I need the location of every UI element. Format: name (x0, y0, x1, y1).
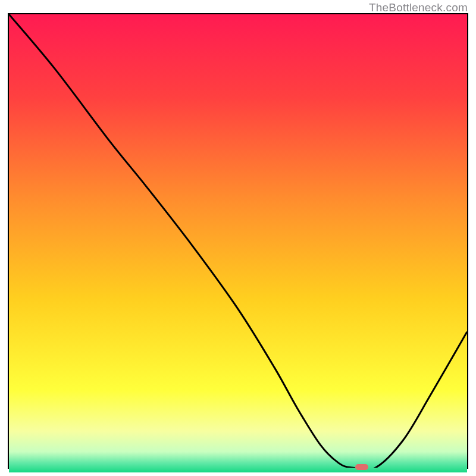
chart-frame (8, 13, 468, 469)
watermark-text: TheBottleneck.com (369, 1, 468, 14)
optimal-marker (355, 464, 368, 470)
bottleneck-curve (9, 14, 467, 468)
